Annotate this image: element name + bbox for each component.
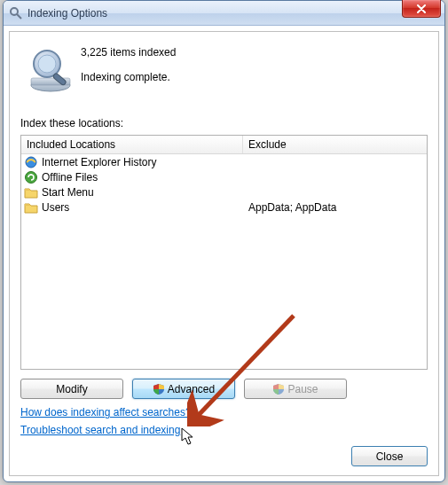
list-item[interactable]: Internet Explorer History (21, 154, 427, 169)
folder-icon (24, 200, 38, 215)
status-area: 3,225 items indexed Indexing complete. (20, 43, 428, 96)
list-item[interactable]: Offline Files (21, 169, 427, 184)
header-included[interactable]: Included Locations (21, 136, 243, 153)
uac-shield-icon (272, 383, 285, 395)
location-name: Start Menu (42, 186, 94, 199)
list-header: Included Locations Exclude (21, 136, 427, 154)
uac-shield-icon (153, 383, 165, 395)
advanced-label: Advanced (168, 383, 215, 395)
modify-button[interactable]: Modify (20, 379, 123, 399)
locations-list[interactable]: Included Locations Exclude Internet Expl… (20, 135, 428, 370)
sync-icon (24, 170, 38, 184)
indexing-options-dialog: Indexing Options (3, 0, 445, 482)
magnifier-drive-icon (26, 44, 75, 94)
list-item[interactable]: Start Menu (21, 184, 427, 199)
help-links: How does indexing affect searches? Troub… (20, 406, 428, 436)
close-button[interactable]: Close (351, 446, 428, 466)
folder-icon (24, 185, 38, 199)
svg-line-1 (17, 14, 21, 19)
header-exclude[interactable]: Exclude (243, 136, 427, 153)
location-name: Offline Files (42, 171, 98, 184)
advanced-button[interactable]: Advanced (132, 379, 235, 399)
location-name: Users (42, 201, 69, 214)
help-link[interactable]: How does indexing affect searches? (20, 406, 192, 419)
troubleshoot-link[interactable]: Troubleshoot search and indexing (20, 424, 180, 436)
pause-button: Pause (244, 379, 347, 399)
list-item[interactable]: UsersAppData; AppData (21, 199, 427, 215)
location-name: Internet Explorer History (42, 156, 156, 168)
close-window-button[interactable] (402, 0, 441, 18)
ie-icon (24, 155, 38, 169)
pause-label: Pause (287, 383, 318, 395)
window-title: Indexing Options (28, 7, 107, 20)
svg-point-5 (38, 55, 56, 73)
exclude-value: AppData; AppData (243, 201, 427, 214)
client-area: 3,225 items indexed Indexing complete. I… (9, 31, 439, 476)
svg-point-9 (26, 171, 37, 183)
indexing-state-label: Indexing complete. (81, 71, 176, 83)
svg-point-0 (11, 8, 18, 15)
app-icon (9, 6, 23, 20)
close-icon (416, 4, 427, 13)
titlebar[interactable]: Indexing Options (4, 1, 444, 26)
index-locations-label: Index these locations: (20, 117, 428, 129)
items-indexed-label: 3,225 items indexed (81, 46, 176, 59)
button-row: Modify Advanced Pause (20, 379, 428, 399)
